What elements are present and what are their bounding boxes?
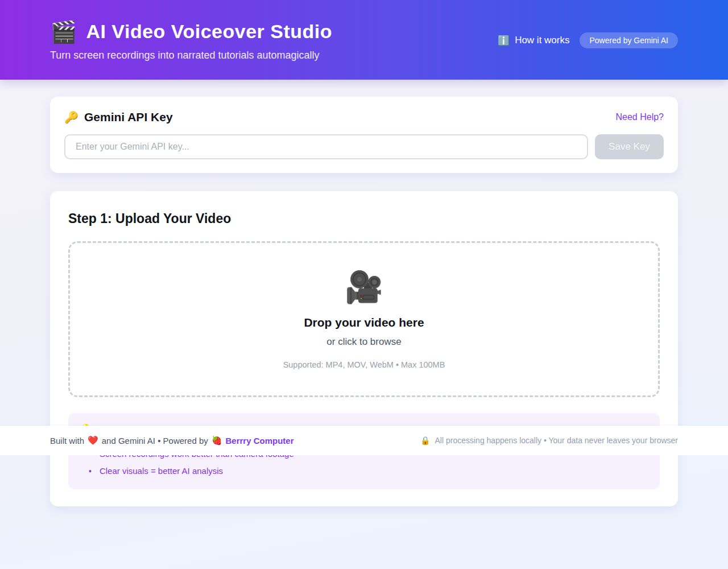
- header-inner: 🎬 AI Video Voiceover Studio Turn screen …: [50, 0, 678, 80]
- upload-step-card: Step 1: Upload Your Video 🎥 Drop your vi…: [50, 191, 678, 506]
- strawberry-icon: 🍓: [212, 435, 222, 446]
- header-actions: ℹ️ How it works Powered by Gemini AI: [498, 31, 678, 48]
- api-key-input[interactable]: [64, 134, 588, 159]
- lock-icon: 🔒: [420, 436, 430, 445]
- dropzone-formats: Supported: MP4, MOV, WebM • Max 100MB: [283, 360, 445, 369]
- page-title: AI Video Voiceover Studio: [86, 20, 332, 43]
- dropzone-headline: Drop your video here: [304, 316, 424, 329]
- footer-credits: Built with ❤️ and Gemini AI • Powered by…: [50, 435, 294, 446]
- footer-prefix: Built with: [50, 436, 84, 446]
- api-key-card: 🔑 Gemini API Key Need Help? Save Key: [50, 97, 678, 173]
- save-key-button[interactable]: Save Key: [595, 134, 664, 159]
- need-help-link[interactable]: Need Help?: [616, 112, 664, 122]
- tip-item: • Clear visuals = better AI analysis: [80, 464, 648, 478]
- page-subtitle: Turn screen recordings into narrated tut…: [50, 50, 332, 61]
- header-branding: 🎬 AI Video Voiceover Studio Turn screen …: [50, 18, 332, 61]
- bullet-glyph: •: [89, 464, 92, 478]
- heart-icon: ❤️: [88, 435, 98, 446]
- video-dropzone[interactable]: 🎥 Drop your video here or click to brows…: [68, 241, 660, 397]
- clapperboard-icon: 🎬: [50, 21, 77, 43]
- footer-bar: Built with ❤️ and Gemini AI • Powered by…: [0, 426, 728, 455]
- movie-camera-icon: 🎥: [345, 269, 383, 304]
- footer-middle: and Gemini AI • Powered by: [102, 436, 208, 446]
- info-icon: ℹ️: [498, 35, 510, 47]
- app-header: 🎬 AI Video Voiceover Studio Turn screen …: [0, 0, 728, 80]
- tip-text: Clear visuals = better AI analysis: [100, 464, 223, 478]
- dropzone-subline: or click to browse: [326, 336, 401, 348]
- powered-by-badge: Powered by Gemini AI: [580, 32, 678, 48]
- api-key-title: Gemini API Key: [84, 110, 173, 124]
- step-title: Step 1: Upload Your Video: [68, 209, 660, 228]
- how-it-works-link[interactable]: ℹ️ How it works: [498, 35, 570, 47]
- berrry-computer-link[interactable]: Berrry Computer: [226, 436, 294, 446]
- privacy-text: All processing happens locally • Your da…: [435, 436, 678, 445]
- key-icon: 🔑: [64, 110, 78, 124]
- how-it-works-label: How it works: [515, 35, 569, 46]
- footer-privacy-note: 🔒 All processing happens locally • Your …: [420, 436, 678, 445]
